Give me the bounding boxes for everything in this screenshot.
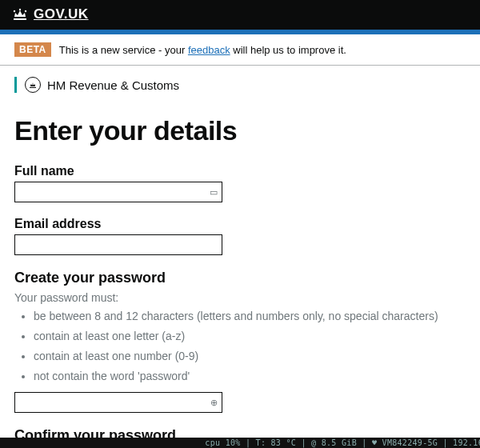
main-content: Enter your details Full name ▭ Email add… [0,93,480,448]
password-heading: Create your password [14,270,466,286]
full-name-input[interactable] [14,182,222,202]
password-hint: Your password must: [14,291,466,304]
hmrc-crown-icon [25,77,41,93]
svg-point-2 [25,10,26,12]
email-label: Email address [14,217,466,231]
org-name: HM Revenue & Customs [47,78,179,92]
phase-text: This is a new service - your feedback wi… [59,44,346,56]
password-rule: be between 8 and 12 characters (letters … [34,309,466,324]
system-status-bar: cpu 10% | T: 83 °C | @ 8.5 GiB | ♥ VM842… [0,438,480,448]
header-stripe [0,29,480,34]
gov-header: GOV.UK [0,0,480,29]
password-rule: contain at least one letter (a-z) [34,329,466,344]
password-input[interactable] [14,392,222,413]
org-banner: HM Revenue & Customs [14,77,466,93]
page-title: Enter your details [14,115,466,146]
feedback-link[interactable]: feedback [188,44,230,56]
password-rule: not contain the word 'password' [34,369,466,384]
full-name-group: Full name ▭ [14,164,466,202]
crown-icon [11,7,29,22]
svg-point-0 [14,10,15,12]
email-group: Email address [14,217,466,255]
svg-point-1 [19,9,21,10]
password-rules: be between 8 and 12 characters (letters … [14,309,466,384]
password-group: Create your password Your password must:… [14,270,466,413]
password-rule: contain at least one number (0-9) [34,349,466,364]
phase-text-after: will help us to improve it. [230,44,346,56]
phase-text-before: This is a new service - your [59,44,188,56]
govuk-home-link[interactable]: GOV.UK [34,6,89,22]
status-text: cpu 10% | T: 83 °C | @ 8.5 GiB | ♥ VM842… [205,438,480,447]
full-name-label: Full name [14,164,466,178]
email-input[interactable] [14,234,222,255]
beta-tag: BETA [14,42,51,57]
phase-banner: BETA This is a new service - your feedba… [0,34,480,66]
